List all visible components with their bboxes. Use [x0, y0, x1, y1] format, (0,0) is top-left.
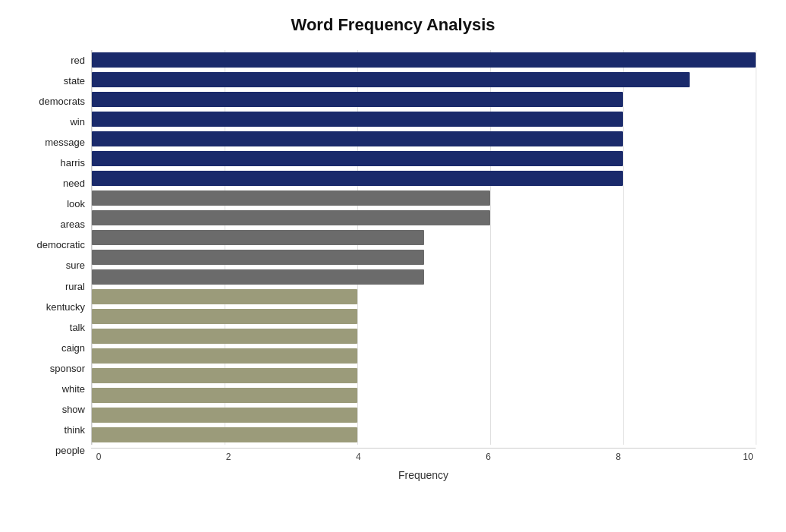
y-label: red [71, 51, 85, 71]
y-label: areas [60, 215, 85, 235]
x-tick-line: 0246810 [91, 448, 756, 462]
y-label: rural [65, 276, 85, 296]
bar-row [92, 129, 756, 149]
bar-row [92, 228, 756, 247]
bar-row [92, 425, 756, 445]
y-labels: redstatedemocratswinmessageharrisneedloo… [30, 50, 91, 461]
x-label-container: Frequency [91, 468, 756, 482]
bar [92, 269, 424, 285]
y-label: democratic [36, 235, 85, 255]
x-tick: 2 [221, 452, 236, 462]
bars-and-x: 0246810 Frequency [91, 50, 756, 461]
bar [92, 250, 424, 265]
bar [92, 72, 690, 87]
bar-row [92, 267, 756, 287]
bar-row [92, 149, 756, 168]
bar [92, 52, 756, 68]
y-label: show [62, 399, 85, 419]
bar-row [92, 247, 756, 267]
y-label: look [67, 194, 85, 214]
chart-container: Word Frequency Analysis redstatedemocrat… [0, 0, 786, 532]
x-axis: 0246810 Frequency [91, 445, 756, 482]
bar [92, 329, 357, 344]
y-label: sure [66, 256, 85, 275]
x-tick: 6 [481, 452, 496, 462]
bar [92, 210, 490, 225]
y-label: think [64, 420, 85, 439]
x-tick: 0 [91, 452, 106, 462]
bar [92, 171, 623, 186]
y-label: kentucky [46, 297, 85, 316]
bar [92, 112, 623, 127]
y-label: talk [70, 317, 85, 337]
y-label: state [64, 71, 85, 91]
x-tick: 10 [740, 452, 756, 462]
y-label: people [55, 440, 85, 460]
bar-row [92, 168, 756, 188]
bar-row [92, 326, 756, 346]
bar-row [92, 287, 756, 307]
bar-row [92, 50, 756, 70]
bar-row [92, 386, 756, 405]
bar-row [92, 346, 756, 366]
bar [92, 427, 357, 442]
y-label: sponsor [50, 358, 85, 378]
bar-row [92, 70, 756, 90]
bar-row [92, 109, 756, 129]
bar [92, 388, 357, 403]
bar [92, 131, 623, 146]
y-label: democrats [39, 92, 85, 112]
bar [92, 368, 357, 383]
chart-area: redstatedemocratswinmessageharrisneedloo… [30, 50, 756, 461]
bar-row [92, 90, 756, 109]
x-tick: 8 [611, 452, 626, 462]
bar [92, 348, 357, 364]
bar [92, 92, 623, 107]
x-tick: 4 [351, 452, 366, 462]
bar [92, 289, 357, 304]
x-axis-label: Frequency [398, 469, 448, 481]
bar-row [92, 366, 756, 386]
y-label: white [62, 379, 85, 398]
bars-area [91, 50, 756, 445]
grid-line [756, 50, 756, 445]
y-label: need [63, 174, 85, 194]
bar [92, 408, 357, 423]
y-label: message [45, 133, 85, 153]
chart-title: Word Frequency Analysis [30, 15, 756, 35]
bar [92, 309, 357, 324]
bar [92, 230, 424, 245]
bar [92, 151, 623, 166]
bar-row [92, 188, 756, 208]
bar-row [92, 405, 756, 425]
bar-row [92, 208, 756, 228]
bar-row [92, 307, 756, 326]
bar [92, 190, 490, 206]
y-label: harris [60, 153, 85, 173]
y-label: win [70, 112, 85, 132]
y-label: caign [61, 338, 85, 357]
